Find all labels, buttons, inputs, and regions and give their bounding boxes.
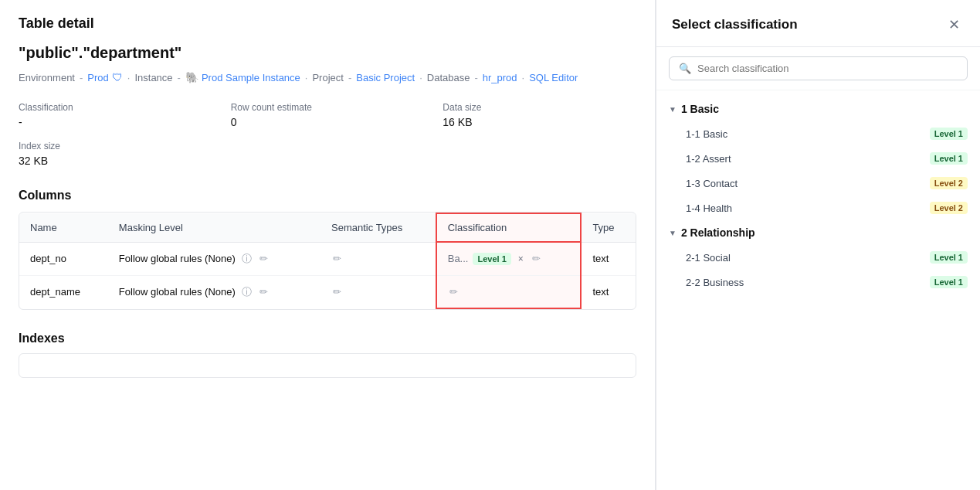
item-name: 2-2 Business [686,277,930,288]
classification-item-2-2-business[interactable]: 2-2 BusinessLevel 1 [656,270,980,294]
breadcrumb-sql-editor-link[interactable]: SQL Editor [529,72,578,83]
data-size-value: 16 KB [443,116,472,128]
item-name: 1-3 Contact [686,178,930,189]
cell-classification: ✏ [436,275,582,308]
col-header-name: Name [19,213,108,242]
group-label: 2 Relationship [681,226,755,239]
breadcrumb-project-label: Project [312,72,343,83]
item-level-badge: Level 1 [930,251,968,264]
cell-type: text [581,242,636,275]
breadcrumb: Environment - Prod 🛡 · Instance - 🐘 Prod… [19,71,636,83]
cell-semantic: ✏ [320,242,436,275]
instance-icon: 🐘 [185,71,198,83]
cell-classification: Ba...Level 1×✏ [436,242,582,275]
breadcrumb-db-label: Database [427,72,470,83]
search-icon: 🔍 [679,63,691,74]
group-label: 1 Basic [681,103,719,115]
masking-text: Follow global rules (None) [119,253,236,264]
item-level-badge: Level 1 [930,128,968,140]
row-count-label: Row count estimate [231,102,425,113]
masking-edit-button[interactable]: ✏ [258,251,270,266]
search-input[interactable] [697,63,958,74]
breadcrumb-project-link[interactable]: Basic Project [356,72,415,83]
col-header-masking: Masking Level [108,213,320,242]
chevron-icon: ▼ [669,105,677,114]
cell-masking: Follow global rules (None) ⓘ✏ [108,242,320,275]
col-header-semantic: Semantic Types [320,213,436,242]
semantic-edit-button[interactable]: ✏ [331,284,343,299]
breadcrumb-db-link[interactable]: hr_prod [483,72,517,83]
col-header-type: Type [581,213,636,242]
masking-edit-button[interactable]: ✏ [258,284,270,299]
breadcrumb-env-label: Environment [19,72,75,83]
classification-label: Classification [19,102,212,113]
breadcrumb-env-link[interactable]: Prod 🛡 [87,71,122,83]
classification-add-button[interactable]: ✏ [448,284,459,299]
masking-info-button[interactable]: ⓘ [240,284,253,301]
classification-remove-button[interactable]: × [516,253,526,265]
page-title: Table detail [19,15,636,32]
classification-panel: Select classification ✕ 🔍 ▼1 Basic1-1 Ba… [656,0,980,490]
breadcrumb-instance-link[interactable]: 🐘 Prod Sample Instance [185,71,300,83]
classification-item-1-2-assert[interactable]: 1-2 AssertLevel 1 [656,146,980,171]
item-level-badge: Level 2 [930,177,968,189]
row-count-meta: Row count estimate 0 [231,102,425,128]
classification-item-2-1-social[interactable]: 2-1 SocialLevel 1 [656,245,980,270]
breadcrumb-instance-label: Instance [134,72,172,83]
panel-header: Select classification ✕ [656,0,980,47]
item-level-badge: Level 1 [930,276,968,288]
cell-masking: Follow global rules (None) ⓘ✏ [108,275,320,308]
group-header-2-relationship[interactable]: ▼2 Relationship [656,220,980,245]
cell-name: dept_no [19,242,108,275]
indexes-section-title: Indexes [19,332,636,345]
index-size-meta: Index size 32 KB [19,141,212,167]
chevron-icon: ▼ [669,229,677,237]
item-name: 1-4 Health [686,202,930,214]
item-name: 1-2 Assert [686,153,930,165]
main-content: Table detail "public"."department" Envir… [0,0,656,490]
classification-meta: Classification - [19,102,212,128]
level-badge: Level 1 [473,253,510,265]
classification-item-1-4-health[interactable]: 1-4 HealthLevel 2 [656,196,980,220]
item-level-badge: Level 1 [930,152,968,165]
classification-item-1-1-basic[interactable]: 1-1 BasicLevel 1 [656,121,980,146]
search-box: 🔍 [656,47,980,90]
shield-icon: 🛡 [112,71,123,83]
item-level-badge: Level 2 [930,202,968,214]
meta-section: Classification - Row count estimate 0 Da… [19,102,636,167]
columns-section-title: Columns [19,189,636,202]
masking-text: Follow global rules (None) [119,286,236,298]
classification-abbr: Ba... [448,253,469,264]
masking-info-button[interactable]: ⓘ [240,250,253,267]
cell-name: dept_name [19,275,108,308]
row-count-value: 0 [231,116,237,128]
index-size-label: Index size [19,141,212,151]
indexes-table-wrapper [19,353,636,378]
item-name: 1-1 Basic [686,128,930,140]
col-header-classification: Classification [436,213,582,242]
classification-edit-button[interactable]: ✏ [531,251,542,266]
index-size-value: 32 KB [19,155,48,167]
panel-title: Select classification [672,17,798,32]
group-header-1-basic[interactable]: ▼1 Basic [656,97,980,121]
data-size-label: Data size [443,102,636,113]
columns-table: Name Masking Level Semantic Types Classi… [19,213,636,309]
classification-value: - [19,116,22,128]
item-name: 2-1 Social [686,252,930,264]
classification-item-1-3-contact[interactable]: 1-3 ContactLevel 2 [656,171,980,196]
columns-table-wrapper: Name Masking Level Semantic Types Classi… [19,212,636,310]
table-name: "public"."department" [19,44,636,62]
close-panel-button[interactable]: ✕ [943,14,965,36]
data-size-meta: Data size 16 KB [443,102,636,128]
search-input-wrap: 🔍 [669,56,968,80]
cell-semantic: ✏ [320,275,436,308]
classification-list: ▼1 Basic1-1 BasicLevel 11-2 AssertLevel … [656,90,980,490]
semantic-edit-button[interactable]: ✏ [331,251,343,266]
cell-type: text [581,275,636,308]
